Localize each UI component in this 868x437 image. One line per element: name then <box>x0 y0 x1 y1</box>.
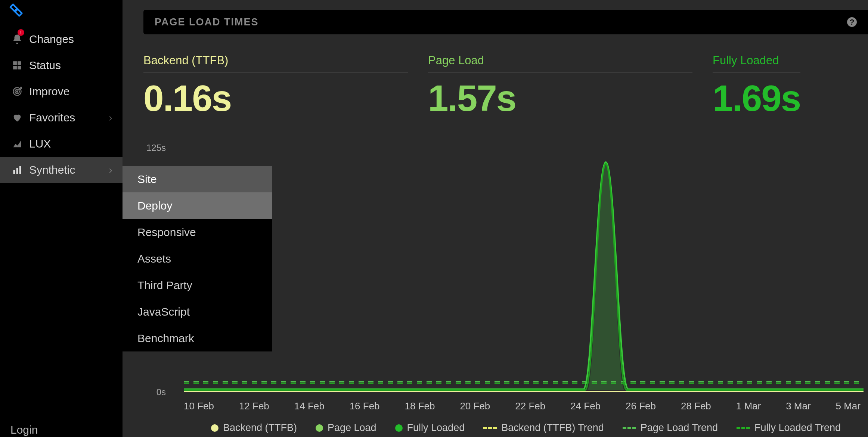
legend-item[interactable]: Fully Loaded <box>395 422 465 434</box>
sidebar-item-label: Status <box>29 59 61 72</box>
submenu-item-site[interactable]: Site <box>123 166 272 192</box>
login-link[interactable]: Login <box>10 424 38 436</box>
submenu-item-assets[interactable]: Assets <box>123 245 272 272</box>
legend-label: Page Load <box>328 422 376 434</box>
legend-label: Backend (TTFB) Trend <box>501 422 604 434</box>
x-tick: 20 Feb <box>460 400 490 412</box>
svg-rect-9 <box>19 166 21 174</box>
x-tick: 14 Feb <box>294 400 325 412</box>
x-tick: 3 Mar <box>786 400 810 412</box>
sidebar-item-favorites[interactable]: Favorites <box>0 105 123 131</box>
x-tick: 16 Feb <box>350 400 380 412</box>
chart-icon <box>10 137 24 151</box>
alert-badge-icon: ! <box>18 29 24 36</box>
metric-label: Fully Loaded <box>713 54 800 73</box>
sidebar-item-label: Improve <box>29 85 69 98</box>
x-tick: 22 Feb <box>515 400 545 412</box>
legend-swatch-icon <box>395 424 403 432</box>
svg-rect-3 <box>18 66 21 69</box>
sidebar-item-label: LUX <box>29 137 51 150</box>
metric-label: Page Load <box>428 54 692 73</box>
legend-item[interactable]: Backend (TTFB) Trend <box>483 422 604 434</box>
metric-backend: Backend (TTFB) 0.16s <box>143 54 408 120</box>
submenu-item-third-party[interactable]: Third Party <box>123 272 272 298</box>
x-tick: 18 Feb <box>405 400 435 412</box>
submenu-item-benchmark[interactable]: Benchmark <box>123 325 272 351</box>
submenu-item-deploy[interactable]: Deploy <box>123 192 272 219</box>
x-axis-ticks: 10 Feb 12 Feb 14 Feb 16 Feb 18 Feb 20 Fe… <box>184 400 868 412</box>
x-tick: 1 Mar <box>736 400 761 412</box>
submenu-item-responsive[interactable]: Responsive <box>123 219 272 245</box>
sidebar-item-synthetic[interactable]: Synthetic <box>0 157 123 183</box>
x-tick: 28 Feb <box>681 400 711 412</box>
sidebar-item-label: Favorites <box>29 111 75 124</box>
x-tick: 24 Feb <box>570 400 601 412</box>
chart-legend: Backend (TTFB) Page Load Fully Loaded Ba… <box>184 422 868 434</box>
sidebar-item-lux[interactable]: LUX <box>0 131 123 157</box>
svg-point-6 <box>16 91 18 92</box>
metric-value: 1.69s <box>713 77 800 120</box>
metric-value: 1.57s <box>428 77 692 120</box>
bars-icon <box>10 163 24 177</box>
sidebar-item-changes[interactable]: ! Changes <box>0 26 123 52</box>
sidebar-item-label: Synthetic <box>29 164 75 176</box>
heart-icon <box>10 111 24 124</box>
chevron-right-icon <box>108 164 114 176</box>
legend-swatch-icon <box>211 424 218 432</box>
y-tick-bot: 0s <box>156 387 166 397</box>
legend-item[interactable]: Page Load Trend <box>623 422 718 434</box>
panel-title: PAGE LOAD TIMES <box>155 16 259 28</box>
line-chart[interactable] <box>184 147 864 394</box>
sidebar-item-status[interactable]: Status <box>0 52 123 78</box>
legend-swatch-icon <box>316 424 323 432</box>
metric-fullyloaded: Fully Loaded 1.69s <box>713 54 800 120</box>
metrics-row: Backend (TTFB) 0.16s Page Load 1.57s Ful… <box>143 54 868 120</box>
x-tick: 26 Feb <box>626 400 656 412</box>
svg-rect-1 <box>18 61 21 65</box>
legend-swatch-icon <box>623 427 636 429</box>
svg-rect-2 <box>13 66 17 69</box>
bell-icon: ! <box>10 32 24 46</box>
y-tick-top: 125s <box>146 143 166 153</box>
synthetic-submenu: Site Deploy Responsive Assets Third Part… <box>123 166 272 351</box>
legend-swatch-icon <box>483 427 497 429</box>
legend-item[interactable]: Backend (TTFB) <box>211 422 297 434</box>
legend-swatch-icon <box>737 427 750 429</box>
legend-label: Fully Loaded <box>407 422 465 434</box>
legend-label: Fully Loaded Trend <box>754 422 841 434</box>
svg-rect-0 <box>13 61 17 65</box>
panel-header: PAGE LOAD TIMES ? <box>143 10 868 34</box>
sidebar-item-improve[interactable]: Improve <box>0 78 123 105</box>
chevron-right-icon <box>108 111 114 124</box>
logo-icon <box>8 2 25 19</box>
target-icon <box>10 85 24 98</box>
legend-label: Page Load Trend <box>641 422 718 434</box>
metric-label: Backend (TTFB) <box>143 54 408 73</box>
metric-pageload: Page Load 1.57s <box>428 54 692 120</box>
x-tick: 10 Feb <box>184 400 214 412</box>
legend-item[interactable]: Page Load <box>316 422 376 434</box>
x-tick: 12 Feb <box>239 400 269 412</box>
app-logo[interactable] <box>0 0 123 26</box>
legend-label: Backend (TTFB) <box>223 422 297 434</box>
submenu-item-javascript[interactable]: JavaScript <box>123 298 272 325</box>
primary-nav: ! Changes Status Improve Favorites <box>0 26 123 183</box>
sidebar-item-label: Changes <box>29 33 74 46</box>
help-icon[interactable]: ? <box>847 17 857 27</box>
svg-rect-8 <box>16 168 18 174</box>
grid-icon <box>10 59 24 72</box>
legend-item[interactable]: Fully Loaded Trend <box>737 422 841 434</box>
svg-rect-7 <box>13 170 15 174</box>
metric-value: 0.16s <box>143 77 408 120</box>
x-tick: 5 Mar <box>836 400 861 412</box>
sidebar: ! Changes Status Improve Favorites <box>0 0 123 437</box>
svg-rect-10 <box>184 147 864 394</box>
